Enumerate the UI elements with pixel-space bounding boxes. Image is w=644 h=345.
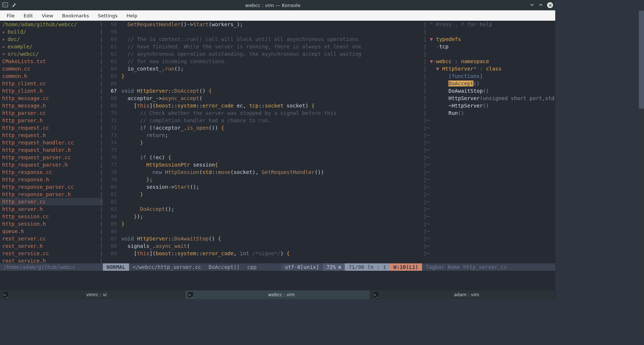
code-line[interactable]: 77 HttpSessionPtr session{ <box>103 161 422 168</box>
code-line[interactable]: 73 return; <box>103 131 422 139</box>
minimize-icon[interactable] <box>529 2 535 8</box>
tree-file[interactable]: http_response_parser.cc <box>0 183 103 191</box>
tree-file[interactable]: common.cc <box>0 65 103 72</box>
tagbar-empty: |~ <box>422 198 555 205</box>
code-line[interactable]: 76 if (!ec) { <box>103 154 422 161</box>
code-line[interactable]: 60 // The io_context::run() call will bl… <box>103 35 422 43</box>
tagbar-row[interactable]: | HttpServer(unsigned short port,std <box>422 95 555 102</box>
code-line[interactable]: 65} <box>103 72 422 80</box>
menu-file[interactable]: File <box>3 12 18 20</box>
menu-settings[interactable]: Settings <box>94 12 121 20</box>
code-line[interactable]: 63 // for new incoming connections. <box>103 58 422 65</box>
code-line[interactable]: 75 <box>103 146 422 154</box>
tree-file[interactable]: http_request_handler.cc <box>0 139 103 146</box>
tagbar-row[interactable]: | <box>422 50 555 58</box>
tagbar[interactable]: | " Press , ? for help| | ▼ typedefs| -t… <box>422 21 555 263</box>
tagbar-row[interactable]: | -tcp <box>422 43 555 50</box>
tree-file[interactable]: http_parser.h <box>0 117 103 124</box>
tree-file[interactable]: http_client.cc <box>0 80 103 87</box>
tree-file[interactable]: http_server.cc <box>0 198 103 205</box>
tagbar-row[interactable]: | DoAwaitStop() <box>422 87 555 95</box>
menu-bookmarks[interactable]: Bookmarks <box>58 12 93 20</box>
tagbar-row[interactable]: | DoAccept() <box>422 80 555 87</box>
tree-file[interactable]: http_session.cc <box>0 213 103 220</box>
code-line[interactable]: 62 // asynchronous operation outstanding… <box>103 50 422 58</box>
code-line[interactable]: 61 // have finished. While the server is… <box>103 43 422 50</box>
tree-folder[interactable]: ▸build/ <box>0 28 103 35</box>
tree-file[interactable]: http_session.h <box>0 220 103 228</box>
code-line[interactable]: 58 GetRequestHandler()->Start(workers_); <box>103 21 422 28</box>
tagbar-row[interactable]: | ▼ typedefs <box>422 35 555 43</box>
code-line[interactable]: 68 acceptor_->async_accept( <box>103 95 422 102</box>
tree-file[interactable]: http_parser.cc <box>0 109 103 117</box>
status-warning: W:10(L1) <box>390 263 422 271</box>
tree-folder[interactable]: ▸doc/ <box>0 35 103 43</box>
code-line[interactable]: 79 }; <box>103 176 422 183</box>
tree-file[interactable]: http_server.h <box>0 205 103 213</box>
tree-file[interactable]: queue.h <box>0 228 103 235</box>
tagbar-empty: |~ <box>422 139 555 146</box>
tree-file[interactable]: http_client.h <box>0 87 103 95</box>
code-line[interactable]: 88 signals_.async_wait( <box>103 242 422 250</box>
tree-file[interactable]: rest_service.h <box>0 257 103 263</box>
tree-file[interactable]: http_request_parser.cc <box>0 154 103 161</box>
code-line[interactable]: 86 <box>103 228 422 235</box>
code-line[interactable]: 85} <box>103 220 422 228</box>
code-line[interactable]: 87void HttpServer::DoAwaitStop() { <box>103 235 422 242</box>
maximize-icon[interactable] <box>538 2 543 8</box>
terminal-tab[interactable]: >_webcc : vim <box>185 290 370 299</box>
tagbar-row[interactable]: | ~HttpServer() <box>422 102 555 109</box>
code-line[interactable]: 84 }); <box>103 213 422 220</box>
svg-rect-0 <box>3 3 8 7</box>
pin-icon[interactable] <box>11 2 16 8</box>
tree-file[interactable]: http_request_handler.h <box>0 146 103 154</box>
folder-arrow-icon: ▾ <box>2 50 5 58</box>
terminal-tab[interactable]: >_adam : vim <box>370 290 555 299</box>
code-line[interactable]: 70 // Check whether the server was stopp… <box>103 109 422 117</box>
tree-file[interactable]: http_response.h <box>0 176 103 183</box>
tagbar-row[interactable]: | ▼ HttpServer* : class <box>422 65 555 72</box>
tree-folder[interactable]: ▸example/ <box>0 43 103 50</box>
tree-file[interactable]: http_message.cc <box>0 95 103 102</box>
code-line[interactable]: 67void HttpServer::DoAccept() { <box>103 87 422 95</box>
tagbar-row[interactable]: | ▼-webcc : namespace <box>422 58 555 65</box>
code-line[interactable]: 83 DoAccept(); <box>103 205 422 213</box>
status-position: 71/98 ln : 1 <box>345 263 390 271</box>
code-line[interactable]: 74 } <box>103 139 422 146</box>
tree-file[interactable]: http_response_parser.h <box>0 191 103 198</box>
tagbar-row[interactable]: | [functions] <box>422 72 555 80</box>
tree-file[interactable]: http_request.h <box>0 131 103 139</box>
code-line[interactable]: 66 <box>103 80 422 87</box>
code-editor[interactable]: 58 GetRequestHandler()->Start(workers_);… <box>103 21 422 263</box>
tree-file[interactable]: common.h <box>0 72 103 80</box>
menu-help[interactable]: Help <box>123 12 141 20</box>
tree-file[interactable]: http_message.h <box>0 102 103 109</box>
close-icon[interactable] <box>547 2 553 8</box>
code-line[interactable]: 59 <box>103 28 422 35</box>
menu-edit[interactable]: Edit <box>20 12 37 20</box>
code-line[interactable]: 64 io_context_.run(); <box>103 65 422 72</box>
code-line[interactable]: 72 if (!acceptor_.is_open()) { <box>103 124 422 131</box>
code-line[interactable]: 81 } <box>103 191 422 198</box>
code-line[interactable]: 80 session->Start(); <box>103 183 422 191</box>
tree-file[interactable]: http_request.cc <box>0 124 103 131</box>
tree-file[interactable]: CMakeLists.txt <box>0 58 103 65</box>
tree-file[interactable]: rest_server.h <box>0 242 103 250</box>
tree-file[interactable]: http_request_parser.h <box>0 161 103 168</box>
code-line[interactable]: 82 <box>103 198 422 205</box>
menu-view[interactable]: View <box>38 12 57 20</box>
code-line[interactable]: 71 // completion handler had a chance to… <box>103 117 422 124</box>
tree-file[interactable]: http_response.cc <box>0 168 103 176</box>
tagbar-row[interactable]: | " Press , ? for help <box>422 21 555 28</box>
tagbar-row[interactable]: | Run() <box>422 109 555 117</box>
tagbar-row[interactable]: | <box>422 28 555 35</box>
terminal-tab[interactable]: >_vimrc : vi <box>0 290 185 299</box>
tree-file[interactable]: rest_service.cc <box>0 250 103 257</box>
code-line[interactable]: 89 [this](boost::system::error_code, int… <box>103 250 422 257</box>
code-line[interactable]: 69 [this](boost::system::error_code ec, … <box>103 102 422 109</box>
command-area[interactable] <box>0 271 555 290</box>
tree-file[interactable]: rest_server.cc <box>0 235 103 242</box>
file-tree[interactable]: /home/adam/github/webcc/ ▸build/▸doc/▸ex… <box>0 21 103 263</box>
code-line[interactable]: 78 new HttpSession(std::move(socket), Ge… <box>103 168 422 176</box>
tree-folder[interactable]: ▾src/webcc/ <box>0 50 103 58</box>
